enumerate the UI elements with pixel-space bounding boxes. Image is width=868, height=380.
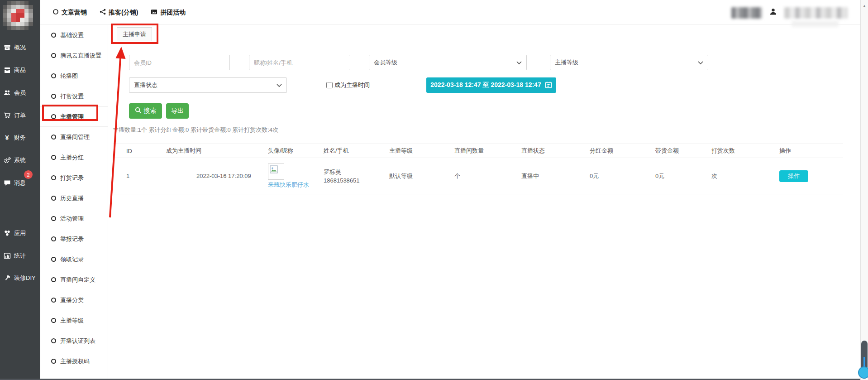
scrollbar-up-arrow[interactable]: ▲ [861,4,868,8]
submenu-item-claim-records[interactable]: 领取记录 [40,249,108,269]
nickname-input[interactable] [249,55,350,70]
avatar [268,164,284,180]
date-range-button[interactable]: 2022-03-18 12:47 至 2022-03-18 12:47 [426,77,556,93]
cell-goods-amount: 0元 [642,158,698,194]
col-id: ID [113,144,153,158]
rail-item-overview[interactable]: 概况 [3,38,26,57]
submenu-item-live-room-management[interactable]: 直播间管理 [40,127,108,147]
submenu-item-broadcast-cert-list[interactable]: 开播认证列表 [40,331,108,351]
submenu-item-live-history[interactable]: 历史直播 [40,188,108,208]
search-icon [135,107,142,115]
submenu-item-basic-settings[interactable]: 基础设置 [40,25,108,45]
system-icon [3,157,11,164]
chevron-down-icon [277,82,282,89]
submenu-item-anchor-dividend[interactable]: 主播分红 [40,147,108,168]
anchor-level-select[interactable]: 主播等级 [550,55,708,70]
submenu-item-activity-management[interactable]: 活动管理 [40,208,108,229]
rail-item-label: 商品 [14,66,26,74]
table-header-row: ID 成为主播时间 头像/昵称 姓名/手机 主播等级 直播间数量 直播状态 分红… [113,144,843,158]
members-icon [3,89,11,97]
submenu-item-tencent-cloud-live[interactable]: 腾讯云直播设置 [40,45,108,66]
chevron-down-icon [516,59,522,66]
cell-become-time: 2022-03-16 17:20:09 [153,158,254,194]
submenu-item-anchor-level[interactable]: 主播等级 [40,310,108,331]
rail-item-members[interactable]: 会员 [3,84,26,102]
circle-icon [51,94,56,99]
circle-icon [52,9,59,16]
submenu-item-live-category[interactable]: 直播分类 [40,290,108,310]
redacted-block [731,7,762,19]
topnav-article-marketing[interactable]: 文章营销 [52,9,87,17]
export-button[interactable]: 导出 [166,103,189,119]
member-id-input[interactable] [129,55,230,70]
submenu-item-reward-settings[interactable]: 打赏设置 [40,86,108,106]
anchor-phone: 18681538651 [324,176,376,185]
table-row: 1 2022-03-16 17:20:09 来瓶快乐肥仔水 罗标英 186815… [113,158,843,194]
rail-item-stats[interactable]: 统计 [3,247,26,265]
page-scrollbar[interactable]: ▲ [860,0,868,380]
search-button[interactable]: 搜索 [129,103,162,119]
cell-reward-count: 次 [698,158,766,194]
calendar-icon [545,81,552,90]
circle-icon [51,155,56,160]
topnav-promoter-distribution[interactable]: 推客(分销) [100,9,138,17]
submenu-item-carousel[interactable]: 轮播图 [40,66,108,86]
rail-item-diy[interactable]: 装修DIY [3,269,36,287]
rail-item-label: 会员 [14,89,26,97]
rail-item-goods[interactable]: 商品 [3,61,26,79]
row-action-button[interactable]: 操作 [779,170,808,182]
rail-item-apps[interactable]: 应用 [3,224,26,242]
diy-icon [3,274,11,282]
circle-icon [51,257,56,262]
apps-icon [3,230,11,237]
anchor-table-wrap: ID 成为主播时间 头像/昵称 姓名/手机 主播等级 直播间数量 直播状态 分红… [113,144,843,194]
tab-anchor-application[interactable]: 主播申请 [117,27,152,41]
rail-item-label: 统计 [14,252,26,260]
message-icon [3,179,11,187]
circle-icon [51,175,56,180]
top-nav: 文章营销 推客(分销) 拼团活动 [52,0,186,25]
circle-icon [51,196,56,201]
nickname-link[interactable]: 来瓶快乐肥仔水 [268,181,310,189]
submenu-item-reward-records[interactable]: 打赏记录 [40,168,108,188]
member-level-select[interactable]: 会员等级 [369,55,527,70]
submenu-item-report-records[interactable]: 举报记录 [40,229,108,249]
anchor-name: 罗标英 [324,168,376,176]
rail-item-system[interactable]: 系统 [3,151,26,169]
submenu-item-anchor-auth-code[interactable]: 主播授权码 [40,351,108,371]
become-anchor-time-checkbox[interactable] [326,82,333,88]
scroll-indicator-dot[interactable] [858,366,868,379]
live-status-select[interactable]: 直播状态 [129,77,287,93]
redacted-account-name [784,7,848,19]
circle-icon [51,135,56,139]
redacted-smudge [792,21,839,27]
circle-icon [51,277,56,282]
cell-id: 1 [113,158,153,194]
col-avatar-nickname: 头像/昵称 [254,144,310,158]
rail-item-message[interactable]: 消息 [3,174,26,192]
image-icon [151,9,157,16]
submenu-item-live-room-customize[interactable]: 直播间自定义 [40,269,108,290]
app-logo [3,1,37,30]
submenu-item-anchor-management[interactable]: 主播管理 [40,106,108,127]
col-name-phone: 姓名/手机 [310,144,376,158]
col-dividend-amount: 分红金额 [576,144,642,158]
left-rail: 概况 商品 会员 订单 ¥ 财务 系统 消息 应用 [0,0,40,380]
rail-item-label: 装修DIY [14,274,36,282]
circle-icon [51,73,56,78]
become-anchor-time-filter: 成为主播时间 [326,81,370,89]
rail-item-label: 财务 [14,134,26,142]
circle-icon [51,318,56,323]
rail-item-orders[interactable]: 订单 [3,106,26,125]
cell-dividend-amount: 0元 [576,158,642,194]
col-action: 操作 [766,144,843,158]
top-bar: 文章营销 推客(分销) 拼团活动 [40,0,860,25]
broken-image-icon [269,168,278,175]
cell-live-status: 直播中 [508,158,576,194]
col-become-time: 成为主播时间 [153,144,254,158]
rail-item-finance[interactable]: ¥ 财务 [3,129,26,147]
topnav-group-buy[interactable]: 拼团活动 [151,9,186,17]
chevron-down-icon [698,59,703,66]
finance-icon: ¥ [3,134,11,142]
col-reward-count: 打赏次数 [698,144,766,158]
